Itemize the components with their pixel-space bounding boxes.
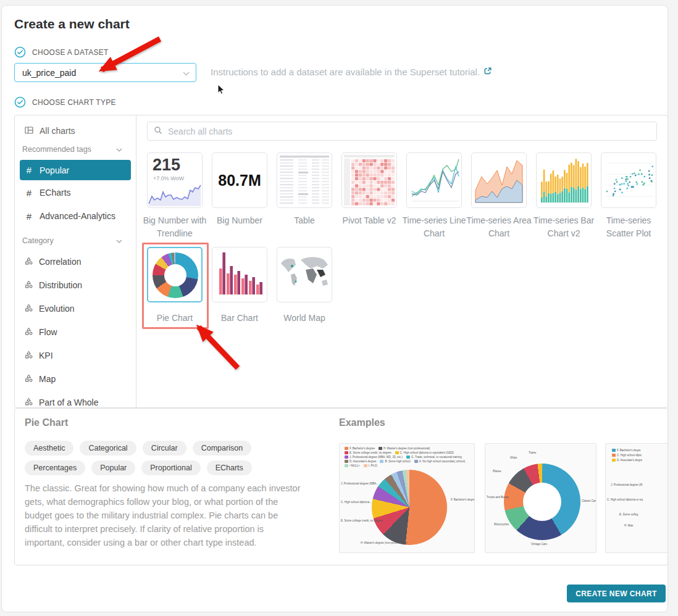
chart-type-big-number[interactable]: 80.7M bbox=[212, 152, 267, 208]
ts-line-thumb bbox=[407, 153, 461, 207]
sidebar-item-echarts[interactable]: # ECharts bbox=[20, 183, 131, 202]
sidebar-item-label: Evolution bbox=[39, 304, 75, 314]
group-category[interactable]: Category bbox=[22, 236, 128, 245]
chart-type-ts-scatter[interactable] bbox=[601, 152, 656, 208]
sidebar-item-distribution[interactable]: Distribution bbox=[20, 276, 131, 294]
legend-entry: C. High school diploma or equivalent (GE… bbox=[395, 451, 454, 454]
category-icon bbox=[25, 327, 33, 337]
tile-label: Bar Chart bbox=[207, 312, 272, 325]
legend-chip bbox=[612, 454, 616, 457]
chart-type-table[interactable] bbox=[277, 152, 332, 208]
page-title: Create a new chart bbox=[14, 17, 130, 31]
example-pie-graphic bbox=[372, 470, 447, 545]
chart-type-picker: All charts Recommended tags # Popular # … bbox=[14, 115, 668, 408]
legend-entry: <NULL> bbox=[345, 464, 360, 467]
example-legend: F. Bachelor's degreeH. Master's degree (… bbox=[345, 447, 472, 467]
dataset-select[interactable]: uk_price_paid bbox=[14, 63, 196, 82]
sidebar-item-label: Correlation bbox=[39, 257, 81, 267]
donut-slice-label: Classic Cars bbox=[582, 499, 596, 502]
category-icon bbox=[25, 351, 33, 360]
pie-slice-label: C. High school diploma or eq bbox=[607, 498, 643, 501]
legend-chip bbox=[395, 451, 399, 454]
choose-chart-type-step: CHOOSE CHART TYPE bbox=[14, 96, 116, 108]
donut-slice-label: Planes bbox=[493, 470, 501, 473]
chart-type-big-number-trendline[interactable]: 215 +7.0% WoW bbox=[147, 152, 203, 208]
legend-entry: E. Some college credit, no degree bbox=[345, 451, 391, 454]
legend-chip bbox=[414, 460, 418, 463]
pie-slice-label: E. Some colleg bbox=[619, 513, 638, 516]
tile-label: Time-series Bar Chart v2 bbox=[531, 214, 596, 240]
category-icon bbox=[25, 374, 33, 384]
chart-type-ts-area[interactable] bbox=[471, 152, 527, 208]
sidebar-item-evolution[interactable]: Evolution bbox=[20, 299, 131, 318]
example-pie-image: F. Bachelor's degreeH. Master's degree (… bbox=[339, 443, 475, 553]
chart-type-pie-chart[interactable] bbox=[147, 247, 203, 302]
choose-chart-type-label: CHOOSE CHART TYPE bbox=[32, 98, 116, 107]
sidebar-item-popular[interactable]: # Popular bbox=[20, 160, 131, 180]
chart-type-gallery: 215 +7.0% WoW 80.7M bbox=[136, 115, 668, 407]
sidebar-item-flow[interactable]: Flow bbox=[20, 323, 131, 341]
chart-type-world-map[interactable] bbox=[277, 247, 332, 302]
legend-chip bbox=[379, 447, 382, 450]
donut-slice-label: Trucks and Buses bbox=[487, 496, 509, 499]
examples-title: Examples bbox=[339, 417, 385, 428]
tag-pill: Proportional bbox=[141, 460, 200, 475]
tag-pill: Popular bbox=[91, 460, 135, 475]
legend-entry: G. Trade, technical, or vocational train… bbox=[406, 456, 462, 459]
example-partial-image: F. Bachelor's degreC. High school diploD… bbox=[605, 443, 668, 553]
group-recommended-tags[interactable]: Recommended tags bbox=[22, 145, 128, 154]
pie-slice-label: J. Professional degree (MBA... bbox=[341, 482, 379, 485]
legend-chip bbox=[612, 449, 616, 452]
category-icon bbox=[25, 257, 33, 267]
chevron-down-icon bbox=[116, 236, 122, 245]
legend-chip bbox=[406, 456, 410, 459]
chart-type-ts-line[interactable] bbox=[406, 152, 462, 208]
group-label: Category bbox=[22, 236, 54, 245]
sidebar-item-label: Distribution bbox=[39, 280, 82, 290]
legend-entry: H. Master's degree (non-professional) bbox=[379, 447, 430, 450]
tile-label: Pie Chart bbox=[142, 312, 207, 325]
search-input[interactable] bbox=[167, 126, 650, 137]
sidebar-item-correlation[interactable]: Correlation bbox=[20, 252, 131, 271]
create-chart-card: Create a new chart CHOOSE A DATASET uk_p… bbox=[1, 5, 668, 612]
chevron-down-icon bbox=[116, 145, 122, 154]
tile-label: Time-series Scatter Plot bbox=[596, 214, 661, 240]
chart-type-pivot-table[interactable] bbox=[341, 152, 397, 208]
example-donut-graphic bbox=[504, 464, 580, 540]
sidebar-item-kpi[interactable]: KPI bbox=[20, 346, 131, 365]
tag-pill: Comparison bbox=[193, 441, 251, 456]
legend-entry: C. High school diplo bbox=[612, 454, 642, 457]
chart-type-bar-chart[interactable] bbox=[212, 247, 267, 302]
ts-area-thumb bbox=[472, 153, 526, 207]
sidebar-item-label: Popular bbox=[40, 165, 69, 175]
hash-icon: # bbox=[25, 211, 33, 222]
sidebar-item-label: Advanced-Analytics bbox=[40, 211, 115, 221]
legend-entry: D. Associate's degre bbox=[612, 459, 642, 462]
legend-chip bbox=[364, 464, 367, 467]
sidebar-item-map[interactable]: Map bbox=[20, 370, 131, 388]
pie-slice-label: C. High school diploma ... bbox=[341, 501, 372, 504]
big-number-thumb: 80.7M bbox=[212, 153, 267, 207]
chart-type-sidebar: All charts Recommended tags # Popular # … bbox=[15, 115, 136, 407]
legend-entry: D. Associate's degree bbox=[345, 460, 376, 463]
donut-slice-label: Ships bbox=[510, 456, 517, 459]
create-new-chart-button[interactable]: CREATE NEW CHART bbox=[567, 585, 666, 602]
sidebar-item-all-charts[interactable]: All charts bbox=[20, 122, 131, 140]
tile-label: Time-series Area Chart bbox=[466, 214, 532, 240]
create-chart-page: Create a new chart CHOOSE A DATASET uk_p… bbox=[0, 0, 678, 616]
chart-details-panel: Pie Chart Aesthetic Categorical Circular… bbox=[14, 408, 668, 565]
example-donut-image: TrainsShipsPlanesTrucks and BusesMotorcy… bbox=[485, 443, 596, 553]
check-circle-icon bbox=[14, 96, 26, 108]
chevron-down-icon bbox=[183, 67, 190, 78]
chart-search[interactable] bbox=[147, 122, 657, 141]
tile-label: Big Number with Trendline bbox=[142, 214, 207, 240]
chart-type-ts-bar[interactable] bbox=[536, 152, 592, 208]
sidebar-item-advanced-analytics[interactable]: # Advanced-Analytics bbox=[20, 207, 131, 225]
pie-slice-label: E. Some college credit, no degree bbox=[341, 519, 383, 522]
tile-label: Pivot Table v2 bbox=[337, 214, 402, 227]
tile-label: Time-series Line Chart bbox=[401, 214, 467, 240]
pivot-table-thumb bbox=[342, 153, 396, 207]
legend-chip bbox=[345, 451, 348, 454]
hash-icon: # bbox=[25, 188, 33, 198]
external-link-icon[interactable] bbox=[483, 67, 492, 77]
